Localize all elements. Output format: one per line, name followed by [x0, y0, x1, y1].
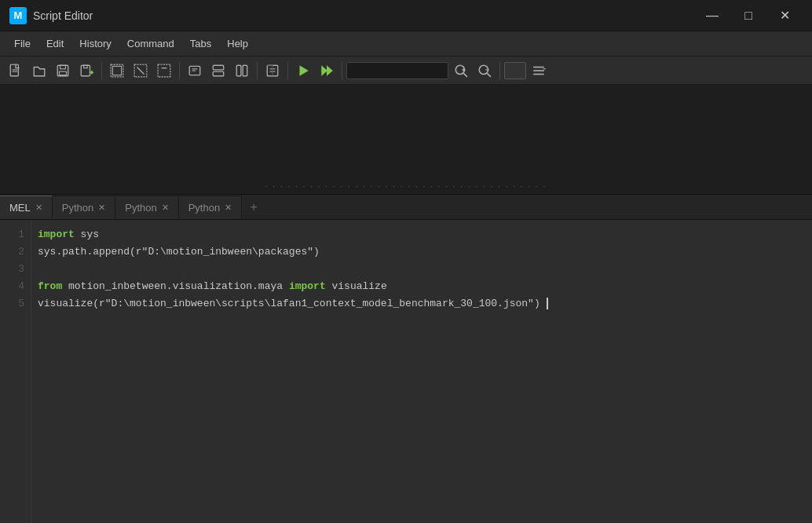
- menu-file[interactable]: File: [6, 35, 38, 53]
- minimize-button[interactable]: —: [694, 3, 730, 28]
- svg-rect-22: [243, 65, 247, 76]
- line-num-2: 2: [0, 243, 31, 261]
- svg-rect-14: [158, 64, 170, 77]
- tab-bar: MEL ✕ Python ✕ Python ✕ Python ✕ +: [0, 195, 812, 220]
- code-editor[interactable]: import sys sys.path.append(r"D:\motion_i…: [31, 220, 812, 523]
- tab-python-3-close[interactable]: ✕: [225, 203, 232, 212]
- tab-python-3-label: Python: [188, 202, 220, 214]
- new-script-button[interactable]: [5, 60, 27, 82]
- toolbar-separator-4: [287, 62, 288, 79]
- editor-area: 1 2 3 4 5 import sys sys.path.append(r"D…: [0, 220, 812, 523]
- tab-python-2-close[interactable]: ✕: [162, 203, 169, 212]
- tab-python-1[interactable]: Python ✕: [53, 196, 115, 219]
- toolbar-separator-5: [342, 62, 342, 79]
- line-num-3: 3: [0, 261, 31, 278]
- tab-python-2[interactable]: Python ✕: [115, 196, 178, 219]
- run-button[interactable]: [292, 60, 314, 82]
- app-logo: M: [9, 7, 27, 24]
- svg-rect-19: [213, 65, 224, 70]
- line-num-1: 1: [0, 226, 31, 243]
- tab-mel[interactable]: MEL ✕: [0, 196, 53, 219]
- search-next-button[interactable]: [450, 60, 472, 82]
- svg-rect-7: [84, 65, 88, 68]
- output-separator-dots: · · · · · · · · · · · · · · · · · · · · …: [265, 182, 547, 191]
- script-editor-config-button[interactable]: [528, 60, 550, 82]
- save-as-button[interactable]: [75, 60, 97, 82]
- clear-button[interactable]: [130, 60, 152, 82]
- tab-python-2-label: Python: [125, 202, 156, 214]
- title-bar: M Script Editor — □ ✕: [0, 0, 812, 31]
- toolbar-separator-3: [257, 62, 258, 79]
- svg-line-13: [137, 67, 144, 74]
- menu-help[interactable]: Help: [219, 35, 256, 53]
- tab-python-1-close[interactable]: ✕: [98, 203, 105, 212]
- menu-history[interactable]: History: [71, 35, 119, 53]
- svg-rect-6: [81, 65, 90, 76]
- line-num-4: 4: [0, 278, 31, 295]
- select-all-button[interactable]: [106, 60, 128, 82]
- toolbar-separator-1: [101, 62, 102, 79]
- svg-rect-11: [112, 66, 121, 75]
- run-all-button[interactable]: [316, 60, 338, 82]
- output-area: · · · · · · · · · · · · · · · · · · · · …: [0, 85, 812, 195]
- tab-mel-label: MEL: [9, 202, 31, 214]
- window-title: Script Editor: [33, 9, 694, 22]
- window-controls: — □ ✕: [694, 3, 803, 28]
- svg-line-34: [487, 73, 491, 77]
- menu-edit[interactable]: Edit: [38, 35, 71, 53]
- svg-rect-20: [213, 71, 224, 76]
- svg-rect-4: [60, 65, 66, 69]
- line-numbers: 1 2 3 4 5: [0, 220, 31, 523]
- search-prev-button[interactable]: [474, 60, 496, 82]
- line-num-5: 5: [0, 295, 31, 313]
- cmd-scroll-button[interactable]: [262, 60, 283, 82]
- toolbar-separator-6: [499, 62, 500, 79]
- insert-code-button[interactable]: [184, 60, 206, 82]
- tab-mel-close[interactable]: ✕: [35, 203, 42, 212]
- menu-tabs[interactable]: Tabs: [182, 35, 219, 53]
- save-button[interactable]: [52, 60, 74, 82]
- search-input[interactable]: [346, 62, 448, 79]
- open-script-button[interactable]: [28, 60, 50, 82]
- tab-python-3[interactable]: Python ✕: [179, 196, 242, 219]
- close-button[interactable]: ✕: [766, 3, 803, 28]
- layout-button[interactable]: [207, 60, 229, 82]
- svg-line-30: [463, 73, 467, 77]
- add-tab-button[interactable]: +: [242, 196, 265, 219]
- tab-python-1-label: Python: [62, 202, 93, 214]
- cut-button[interactable]: [153, 60, 175, 82]
- menu-bar: File Edit History Command Tabs Help: [0, 31, 812, 57]
- menu-command[interactable]: Command: [119, 35, 182, 53]
- svg-marker-27: [321, 65, 327, 76]
- svg-rect-5: [60, 71, 67, 75]
- toolbar-separator-2: [179, 62, 180, 79]
- split-button[interactable]: [231, 60, 253, 82]
- svg-rect-21: [236, 65, 241, 76]
- toolbar: [0, 57, 812, 85]
- svg-marker-28: [327, 65, 333, 76]
- maximize-button[interactable]: □: [730, 3, 766, 28]
- svg-marker-26: [300, 65, 309, 76]
- color-swatch: [504, 62, 526, 79]
